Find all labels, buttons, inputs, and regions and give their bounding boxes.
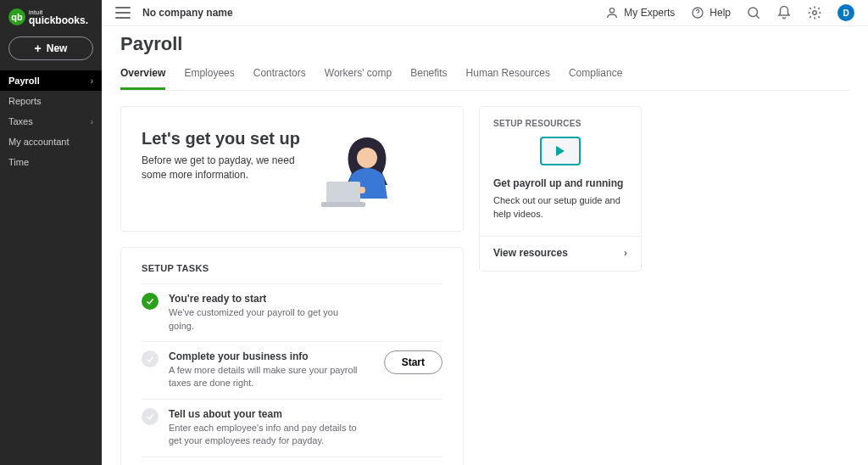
topbar: No company name My Experts Help <box>102 0 868 26</box>
task-row: Complete your business info A few more d… <box>142 341 442 399</box>
sidebar: qb intuit quickbooks. + New Payroll › Re… <box>0 0 102 465</box>
setup-tasks-header: SETUP TASKS <box>142 263 442 273</box>
hamburger-icon[interactable] <box>115 7 131 19</box>
intro-body: Before we get to payday, we need some mo… <box>142 154 303 182</box>
page-head: Payroll Overview Employees Contractors W… <box>102 26 868 91</box>
brand-logo-icon: qb <box>8 8 25 25</box>
my-experts-label: My Experts <box>624 7 675 19</box>
new-button[interactable]: + New <box>8 36 93 60</box>
main: No company name My Experts Help <box>102 0 868 465</box>
check-icon <box>142 408 159 425</box>
intro-card: Let's get you set up Before we get to pa… <box>120 106 464 232</box>
tab-compliance[interactable]: Compliance <box>569 60 622 90</box>
plus-icon: + <box>35 42 42 54</box>
tab-overview[interactable]: Overview <box>120 60 165 90</box>
sidebar-item-label: Reports <box>8 96 42 106</box>
svg-point-6 <box>357 148 377 168</box>
new-button-label: New <box>47 42 68 54</box>
svg-point-9 <box>359 187 365 193</box>
start-button[interactable]: Start <box>384 350 442 374</box>
resources-heading: Get payroll up and running <box>493 177 627 189</box>
video-thumbnail[interactable] <box>540 137 581 165</box>
setup-tasks-card: SETUP TASKS You're ready to start We've … <box>120 247 464 465</box>
svg-point-0 <box>610 8 615 13</box>
task-desc: A few more details will make sure your p… <box>169 364 364 390</box>
chevron-right-icon: › <box>91 117 93 126</box>
avatar[interactable]: D <box>837 4 854 21</box>
sidebar-item-payroll[interactable]: Payroll › <box>0 70 102 91</box>
svg-rect-8 <box>321 202 365 207</box>
sidebar-item-time[interactable]: Time <box>0 152 102 172</box>
svg-point-3 <box>748 8 758 17</box>
help-icon <box>690 5 705 20</box>
task-title: Tell us about your team <box>169 408 442 420</box>
content: Let's get you set up Before we get to pa… <box>102 91 868 465</box>
check-icon <box>142 293 159 310</box>
sidebar-item-label: My accountant <box>8 137 70 147</box>
svg-line-4 <box>756 15 760 19</box>
tabs: Overview Employees Contractors Workers' … <box>120 60 849 91</box>
tab-employees[interactable]: Employees <box>184 60 234 90</box>
illustration-person-laptop <box>316 129 418 214</box>
brand-product: quickbooks. <box>29 15 88 25</box>
person-icon <box>604 5 620 20</box>
task-row: Tell us about your team Enter each emplo… <box>142 399 442 457</box>
sidebar-item-label: Payroll <box>8 76 40 86</box>
check-icon <box>142 350 159 367</box>
sidebar-item-my-accountant[interactable]: My accountant <box>0 132 102 152</box>
help-button[interactable]: Help <box>690 5 731 20</box>
sidebar-item-label: Time <box>8 157 29 167</box>
task-row: Explore 401(k) retirement plans 401(k) p… <box>142 457 442 465</box>
task-desc: We've customized your payroll to get you… <box>169 306 364 333</box>
gear-icon[interactable] <box>807 5 822 20</box>
resources-header: SETUP RESOURCES <box>493 119 627 128</box>
tab-benefits[interactable]: Benefits <box>410 60 447 90</box>
my-experts-button[interactable]: My Experts <box>604 5 675 20</box>
task-title: Complete your business info <box>169 350 374 362</box>
intro-heading: Let's get you set up <box>142 129 303 148</box>
help-label: Help <box>709 7 731 19</box>
chevron-right-icon: › <box>91 76 93 86</box>
view-resources-link[interactable]: View resources › <box>493 237 627 259</box>
play-icon <box>556 146 565 156</box>
sidebar-nav: Payroll › Reports Taxes › My accountant … <box>0 70 102 172</box>
brand[interactable]: qb intuit quickbooks. <box>0 0 102 32</box>
svg-point-2 <box>698 15 698 16</box>
search-icon[interactable] <box>746 5 761 20</box>
chevron-right-icon: › <box>624 247 627 259</box>
svg-rect-7 <box>326 182 360 204</box>
view-resources-label: View resources <box>493 247 568 259</box>
tab-workers-comp[interactable]: Workers' comp <box>325 60 392 90</box>
tab-contractors[interactable]: Contractors <box>253 60 306 90</box>
task-desc: Enter each employee's info and pay detai… <box>169 422 364 448</box>
page-title: Payroll <box>120 33 849 55</box>
bell-icon[interactable] <box>776 5 792 20</box>
task-title: You're ready to start <box>169 293 442 305</box>
resources-body: Check out our setup guide and help video… <box>493 194 627 221</box>
tab-human-resources[interactable]: Human Resources <box>466 60 550 90</box>
task-row: You're ready to start We've customized y… <box>142 283 442 341</box>
sidebar-item-reports[interactable]: Reports <box>0 91 102 111</box>
setup-resources-card: SETUP RESOURCES Get payroll up and runni… <box>479 106 642 272</box>
company-name[interactable]: No company name <box>142 7 233 19</box>
sidebar-item-taxes[interactable]: Taxes › <box>0 111 102 132</box>
svg-point-5 <box>813 11 817 15</box>
sidebar-item-label: Taxes <box>8 116 33 126</box>
